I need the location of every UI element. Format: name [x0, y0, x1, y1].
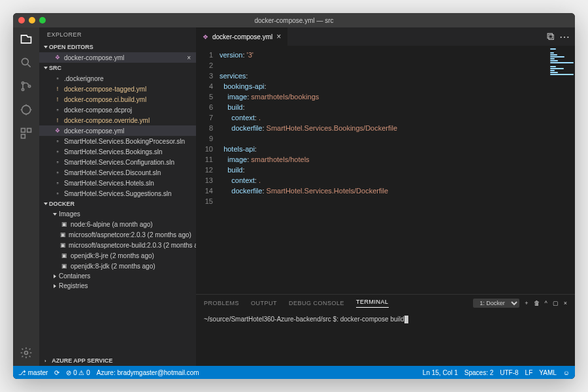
image-icon: ▣ — [60, 262, 68, 270]
line-numbers: 123456789101112131415 — [196, 46, 220, 294]
panel-tabs: PROBLEMS OUTPUT DEBUG CONSOLE TERMINAL 1… — [196, 295, 575, 312]
code-content[interactable]: version: '3' services: bookings-api: ima… — [220, 46, 549, 294]
file-item[interactable]: ▫SmartHotel.Services.Bookings.sln — [39, 146, 196, 157]
docker-image-item[interactable]: ▣openjdk:8-jre (2 months ago) — [39, 250, 196, 261]
indent-setting[interactable]: Spaces: 2 — [465, 369, 493, 376]
more-actions-icon[interactable]: ⋯ — [559, 31, 570, 43]
tab-label: docker-compose.yml — [212, 33, 272, 41]
search-icon[interactable] — [20, 56, 33, 69]
svg-rect-7 — [27, 129, 31, 133]
file-icon: ▫ — [54, 148, 61, 155]
docker-images-folder[interactable]: Images — [39, 209, 196, 219]
docker-image-item[interactable]: ▣microsoft/aspnetcore-build:2.0.3 (2 mon… — [39, 240, 196, 250]
close-window-button[interactable] — [18, 17, 25, 24]
language-mode[interactable]: YAML — [539, 369, 557, 376]
file-item[interactable]: !docker-compose-tagged.yml — [39, 84, 196, 94]
debug-console-tab[interactable]: DEBUG CONSOLE — [289, 300, 344, 306]
window-title: docker-compose.yml — src — [254, 17, 333, 24]
svg-rect-8 — [22, 135, 25, 139]
docker-image-item[interactable]: ▣microsoft/aspnetcore:2.0.3 (2 months ag… — [39, 229, 196, 240]
settings-icon[interactable] — [20, 346, 33, 359]
maximize-panel-icon[interactable]: ^ — [545, 300, 547, 306]
editor-tab[interactable]: ❖ docker-compose.yml × — [196, 27, 288, 46]
terminal-select[interactable]: 1: Docker — [473, 299, 519, 308]
file-item[interactable]: ▫.dockerignore — [39, 73, 196, 84]
maximize-window-button[interactable] — [39, 17, 46, 24]
svg-point-0 — [22, 58, 28, 65]
terminal-command: docker-compose build — [340, 316, 404, 323]
file-item[interactable]: ▫SmartHotel.Services.Configuration.sln — [39, 157, 196, 167]
file-icon: ! — [54, 116, 61, 124]
terminal-prompt: ~/source/SmartHotel360-Azure-backend/src… — [204, 316, 340, 323]
editor-tabs: ❖ docker-compose.yml × ⧉ ⋯ — [196, 27, 575, 46]
minimize-window-button[interactable] — [29, 17, 35, 24]
docker-registries-folder[interactable]: Registries — [39, 281, 196, 291]
docker-section[interactable]: DOCKER — [39, 199, 196, 209]
src-section[interactable]: SRC — [39, 63, 196, 73]
terminal-cursor — [404, 316, 408, 323]
file-item[interactable]: ❖docker-compose.yml — [39, 125, 196, 136]
close-editor-icon[interactable]: × — [187, 54, 191, 61]
image-icon: ▣ — [60, 220, 68, 228]
code-editor[interactable]: 123456789101112131415 version: '3' servi… — [196, 46, 575, 294]
file-item[interactable]: ▫SmartHotel.Services.BookingProcesor.sln — [39, 136, 196, 146]
svg-point-9 — [25, 351, 28, 355]
kill-terminal-icon[interactable]: 🗑 — [534, 300, 540, 306]
file-icon: ❖ — [54, 54, 61, 61]
svg-point-4 — [28, 85, 30, 87]
close-panel-icon[interactable]: × — [564, 300, 567, 306]
file-icon: ❖ — [54, 127, 61, 135]
file-icon: ! — [54, 95, 61, 103]
problems-tab[interactable]: PROBLEMS — [204, 300, 239, 306]
open-editor-item[interactable]: ❖docker-compose.yml × — [39, 52, 196, 63]
titlebar: docker-compose.yml — src — [13, 13, 575, 27]
minimap[interactable] — [549, 46, 575, 294]
file-item[interactable]: ▫SmartHotel.Services.Hotels.sln — [39, 178, 196, 188]
new-terminal-icon[interactable]: + — [525, 300, 528, 306]
output-tab[interactable]: OUTPUT — [251, 300, 277, 306]
file-icon: ! — [54, 85, 61, 93]
image-icon: ▣ — [60, 241, 66, 249]
file-icon: ▫ — [54, 189, 61, 197]
sync-indicator[interactable]: ⟳ — [54, 369, 59, 376]
feedback-icon[interactable]: ☺ — [563, 369, 570, 376]
file-item[interactable]: !docker-compose.ci.build.yml — [39, 94, 196, 105]
sidebar-title: EXPLORER — [39, 27, 196, 42]
image-icon: ▣ — [60, 252, 68, 259]
open-editors-section[interactable]: OPEN EDITORS — [39, 42, 196, 52]
cursor-position[interactable]: Ln 15, Col 1 — [423, 369, 458, 376]
explorer-icon[interactable] — [20, 33, 33, 46]
file-icon: ❖ — [203, 33, 208, 41]
split-terminal-icon[interactable]: ▢ — [553, 300, 559, 306]
window-body: EXPLORER OPEN EDITORS ❖docker-compose.ym… — [13, 27, 575, 366]
docker-image-item[interactable]: ▣openjdk:8-jdk (2 months ago) — [39, 261, 196, 271]
split-editor-icon[interactable]: ⧉ — [547, 31, 554, 43]
terminal-tab[interactable]: TERMINAL — [356, 299, 389, 308]
branch-indicator[interactable]: ⎇ master — [18, 369, 48, 376]
eol[interactable]: LF — [525, 369, 533, 376]
extensions-icon[interactable] — [20, 127, 33, 140]
status-bar: ⎇ master ⟳ ⊘ 0 ⚠ 0 Azure: bradymgaster@h… — [13, 366, 575, 379]
terminal-content[interactable]: ~/source/SmartHotel360-Azure-backend/src… — [196, 312, 575, 366]
file-item[interactable]: ▫SmartHotel.Services.Discount.sln — [39, 167, 196, 178]
svg-line-1 — [28, 65, 31, 67]
azure-account[interactable]: Azure: bradymgaster@hotmail.com — [97, 369, 199, 376]
activity-bar — [13, 27, 39, 366]
file-icon: ▫ — [54, 74, 61, 82]
file-icon: ▫ — [54, 106, 61, 114]
file-item[interactable]: ▫docker-compose.dcproj — [39, 105, 196, 115]
close-tab-button[interactable]: × — [276, 32, 281, 41]
docker-containers-folder[interactable]: Containers — [39, 271, 196, 281]
file-icon: ▫ — [54, 179, 61, 187]
bottom-panel: PROBLEMS OUTPUT DEBUG CONSOLE TERMINAL 1… — [196, 294, 575, 366]
file-icon: ▫ — [54, 158, 61, 166]
source-control-icon[interactable] — [20, 80, 33, 93]
file-item[interactable]: !docker-compose.override.yml — [39, 115, 196, 125]
encoding[interactable]: UTF-8 — [500, 369, 518, 376]
image-icon: ▣ — [60, 231, 66, 238]
file-item[interactable]: ▫SmartHotel.Services.Suggestions.sln — [39, 188, 196, 199]
azure-section[interactable]: › AZURE APP SERVICE — [39, 355, 196, 366]
problems-indicator[interactable]: ⊘ 0 ⚠ 0 — [66, 369, 90, 376]
debug-icon[interactable] — [20, 103, 33, 116]
docker-image-item[interactable]: ▣node:6-alpine (a month ago) — [39, 219, 196, 229]
